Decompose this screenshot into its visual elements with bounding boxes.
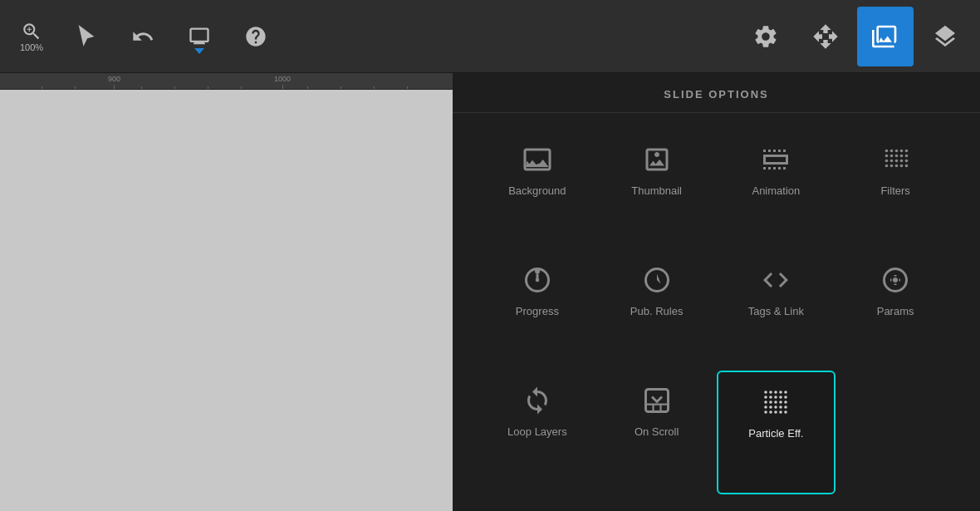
select-tool[interactable] bbox=[66, 22, 106, 52]
slide-panel-header: SLIDE OPTIONS bbox=[453, 73, 980, 113]
svg-point-19 bbox=[905, 165, 909, 168]
thumbnail-option[interactable]: Thumbnail bbox=[597, 130, 717, 250]
background-option[interactable]: Background bbox=[478, 130, 597, 250]
on-scroll-label: On Scroll bbox=[635, 425, 679, 438]
pub-rules-label: Pub. Rules bbox=[630, 305, 684, 317]
ruler-tick-sm2 bbox=[75, 86, 76, 89]
ruler-tick-sm3 bbox=[141, 86, 142, 89]
params-label: Params bbox=[877, 305, 914, 317]
tags-link-label: Tags & Link bbox=[748, 305, 804, 317]
svg-point-23 bbox=[536, 278, 540, 283]
toolbar: 100% bbox=[0, 0, 980, 73]
slide-panel: SLIDE OPTIONS Background Thumbnail bbox=[453, 73, 980, 511]
toolbar-right bbox=[453, 7, 980, 66]
slide-options-grid: Background Thumbnail Animation bbox=[453, 113, 980, 511]
loop-layers-option[interactable]: Loop Layers bbox=[478, 371, 597, 494]
svg-point-43 bbox=[765, 405, 768, 409]
svg-point-32 bbox=[785, 391, 788, 394]
ruler-tick-sm6 bbox=[241, 86, 242, 89]
svg-point-16 bbox=[905, 150, 909, 153]
animation-label: Animation bbox=[752, 184, 800, 197]
svg-point-10 bbox=[895, 160, 899, 163]
svg-point-41 bbox=[780, 400, 783, 404]
on-scroll-option[interactable]: On Scroll bbox=[597, 371, 717, 494]
svg-point-37 bbox=[785, 396, 788, 399]
svg-point-6 bbox=[895, 155, 899, 158]
background-label: Background bbox=[508, 184, 566, 197]
filters-option[interactable]: Filters bbox=[835, 130, 955, 250]
svg-point-34 bbox=[770, 396, 773, 399]
svg-point-28 bbox=[765, 391, 768, 394]
svg-point-12 bbox=[885, 165, 889, 168]
svg-point-11 bbox=[900, 160, 904, 163]
svg-point-51 bbox=[780, 410, 783, 414]
undo-tool[interactable] bbox=[123, 22, 163, 52]
params-option[interactable]: Params bbox=[835, 250, 955, 371]
svg-point-1 bbox=[890, 150, 894, 153]
zoom-tool[interactable]: 100% bbox=[13, 17, 50, 56]
ruler-mark-900: 900 bbox=[108, 76, 120, 89]
filters-label: Filters bbox=[880, 184, 909, 197]
canvas-content bbox=[0, 90, 453, 511]
ruler-tick-sm4 bbox=[174, 86, 175, 89]
svg-point-9 bbox=[890, 160, 894, 163]
zoom-label: 100% bbox=[20, 42, 43, 52]
svg-point-35 bbox=[775, 396, 778, 399]
ruler-tick-sm8 bbox=[341, 86, 341, 89]
canvas-area: 900 1000 bbox=[0, 73, 453, 511]
svg-point-21 bbox=[535, 269, 540, 274]
progress-option[interactable]: Progress bbox=[478, 250, 597, 371]
svg-point-39 bbox=[770, 400, 773, 404]
svg-point-5 bbox=[890, 155, 894, 158]
thumbnail-label: Thumbnail bbox=[631, 184, 682, 197]
preview-tool[interactable] bbox=[179, 22, 219, 52]
svg-point-31 bbox=[780, 391, 783, 394]
svg-point-50 bbox=[775, 410, 778, 414]
toolbar-left: 100% bbox=[0, 17, 453, 56]
animation-option[interactable]: Animation bbox=[717, 130, 836, 250]
svg-point-2 bbox=[895, 150, 899, 153]
svg-point-26 bbox=[893, 278, 898, 283]
progress-label: Progress bbox=[516, 305, 559, 317]
svg-point-44 bbox=[770, 405, 773, 409]
svg-point-38 bbox=[765, 400, 768, 404]
pub-rules-option[interactable]: Pub. Rules bbox=[597, 250, 717, 371]
ruler-tick-sm bbox=[42, 86, 42, 89]
tags-link-option[interactable]: Tags & Link bbox=[717, 250, 836, 371]
ruler-tick-sm7 bbox=[307, 86, 308, 89]
svg-point-30 bbox=[775, 391, 778, 394]
ruler-horizontal: 900 1000 bbox=[0, 73, 453, 90]
svg-point-46 bbox=[780, 405, 783, 409]
svg-point-33 bbox=[765, 396, 768, 399]
particle-eff-option[interactable]: Particle Eff. bbox=[717, 371, 836, 494]
layout-nav[interactable] bbox=[797, 7, 854, 66]
svg-point-17 bbox=[905, 155, 909, 158]
svg-point-45 bbox=[775, 405, 778, 409]
slide-nav[interactable] bbox=[857, 7, 914, 66]
ruler-tick-sm10 bbox=[407, 86, 408, 89]
settings-nav[interactable] bbox=[737, 7, 794, 66]
svg-point-47 bbox=[785, 405, 788, 409]
svg-point-0 bbox=[885, 150, 889, 153]
svg-point-4 bbox=[885, 155, 889, 158]
svg-point-18 bbox=[905, 160, 909, 163]
svg-point-49 bbox=[770, 410, 773, 414]
particle-eff-label: Particle Eff. bbox=[748, 427, 803, 440]
help-tool[interactable] bbox=[236, 22, 276, 52]
svg-point-13 bbox=[890, 165, 894, 168]
svg-point-42 bbox=[785, 400, 788, 404]
svg-point-3 bbox=[900, 150, 904, 153]
layers-nav[interactable] bbox=[917, 7, 973, 66]
svg-point-8 bbox=[885, 160, 889, 163]
svg-point-29 bbox=[770, 391, 773, 394]
loop-layers-label: Loop Layers bbox=[507, 425, 567, 438]
svg-point-48 bbox=[765, 410, 768, 414]
main-area: 900 1000 bbox=[0, 73, 980, 511]
svg-point-7 bbox=[900, 155, 904, 158]
ruler-mark-1000: 1000 bbox=[274, 76, 291, 89]
svg-point-40 bbox=[775, 400, 778, 404]
slide-options-title: SLIDE OPTIONS bbox=[453, 88, 980, 101]
svg-point-52 bbox=[785, 410, 788, 414]
svg-point-15 bbox=[900, 165, 904, 168]
ruler-tick-sm9 bbox=[374, 86, 375, 89]
